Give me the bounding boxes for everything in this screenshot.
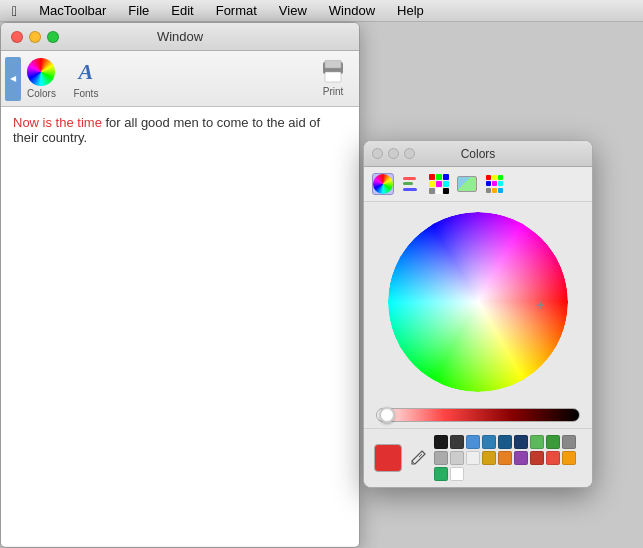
sidebar-toggle-button[interactable]: [5, 57, 21, 101]
color-wheel[interactable]: +: [388, 212, 568, 392]
swatch[interactable]: [498, 451, 512, 465]
menubar:  MacToolbar File Edit Format View Windo…: [0, 0, 643, 22]
swatch-grid: [434, 435, 583, 481]
colors-maximize-button[interactable]: [404, 148, 415, 159]
swatch[interactable]: [482, 451, 496, 465]
print-toolbar-item[interactable]: Print: [315, 56, 355, 101]
colors-minimize-button[interactable]: [388, 148, 399, 159]
swatch[interactable]: [498, 435, 512, 449]
close-button[interactable]: [11, 31, 23, 43]
window-title: Window: [157, 29, 203, 44]
swatch[interactable]: [514, 451, 528, 465]
hue-slider-track[interactable]: [376, 408, 580, 422]
menubar-format[interactable]: Format: [212, 3, 261, 18]
print-icon: [319, 60, 347, 84]
color-wheel-tab-icon: [373, 174, 393, 194]
colors-panel-title: Colors: [461, 147, 496, 161]
colors-toolbar: [364, 167, 592, 202]
svg-rect-1: [325, 60, 341, 68]
swatch[interactable]: [450, 467, 464, 481]
maximize-button[interactable]: [47, 31, 59, 43]
main-window: Window Colors A Fonts Print: [0, 22, 360, 548]
colors-window-controls: [372, 148, 415, 159]
color-image-icon: [457, 176, 477, 192]
minimize-button[interactable]: [29, 31, 41, 43]
swatch[interactable]: [434, 451, 448, 465]
toolbar-left: Colors A Fonts: [21, 54, 106, 103]
color-image-tab[interactable]: [456, 173, 478, 195]
fonts-label: Fonts: [73, 88, 98, 99]
title-bar: Window: [1, 23, 359, 51]
apple-menu[interactable]: : [8, 3, 21, 19]
menubar-window[interactable]: Window: [325, 3, 379, 18]
swatch[interactable]: [450, 451, 464, 465]
swatch[interactable]: [450, 435, 464, 449]
swatch[interactable]: [530, 435, 544, 449]
toolbar: Colors A Fonts Print: [1, 51, 359, 107]
swatch[interactable]: [434, 467, 448, 481]
swatches-row: [364, 428, 592, 487]
menubar-file[interactable]: File: [124, 3, 153, 18]
svg-line-7: [419, 454, 422, 457]
color-crayon-tab[interactable]: [484, 173, 506, 195]
document-area[interactable]: Now is the time for all good men to come…: [1, 107, 359, 546]
eyedropper-button[interactable]: [406, 446, 430, 470]
swatch[interactable]: [514, 435, 528, 449]
menubar-edit[interactable]: Edit: [167, 3, 197, 18]
svg-rect-2: [325, 72, 341, 82]
selected-color-swatch[interactable]: [374, 444, 402, 472]
hue-slider-container: [364, 402, 592, 428]
color-wheel-svg: +: [388, 212, 568, 392]
font-icon: A: [72, 58, 100, 86]
color-wheel-icon: [27, 58, 55, 86]
swatch[interactable]: [482, 435, 496, 449]
window-controls: [11, 31, 59, 43]
color-sliders-tab[interactable]: [400, 173, 422, 195]
hue-slider-thumb[interactable]: [379, 407, 395, 423]
menubar-mactoolbar[interactable]: MacToolbar: [35, 3, 110, 18]
swatch[interactable]: [466, 435, 480, 449]
doc-text-colored: Now is the time: [13, 115, 102, 130]
menubar-view[interactable]: View: [275, 3, 311, 18]
print-label: Print: [323, 86, 344, 97]
color-crayon-icon: [485, 174, 505, 194]
swatch[interactable]: [562, 451, 576, 465]
colors-panel: Colors: [363, 140, 593, 488]
colors-toolbar-item[interactable]: Colors: [21, 54, 62, 103]
color-wheel-container[interactable]: +: [364, 202, 592, 402]
swatch[interactable]: [466, 451, 480, 465]
menubar-help[interactable]: Help: [393, 3, 428, 18]
color-wheel-tab[interactable]: [372, 173, 394, 195]
colors-label: Colors: [27, 88, 56, 99]
color-grid-icon: [429, 174, 449, 194]
swatch[interactable]: [546, 435, 560, 449]
svg-text:+: +: [536, 297, 544, 313]
color-grid-tab[interactable]: [428, 173, 450, 195]
color-sliders-icon: [401, 174, 421, 194]
swatch[interactable]: [530, 451, 544, 465]
swatch[interactable]: [562, 435, 576, 449]
colors-panel-titlebar: Colors: [364, 141, 592, 167]
fonts-toolbar-item[interactable]: A Fonts: [66, 54, 106, 103]
swatch[interactable]: [546, 451, 560, 465]
swatch[interactable]: [434, 435, 448, 449]
colors-close-button[interactable]: [372, 148, 383, 159]
